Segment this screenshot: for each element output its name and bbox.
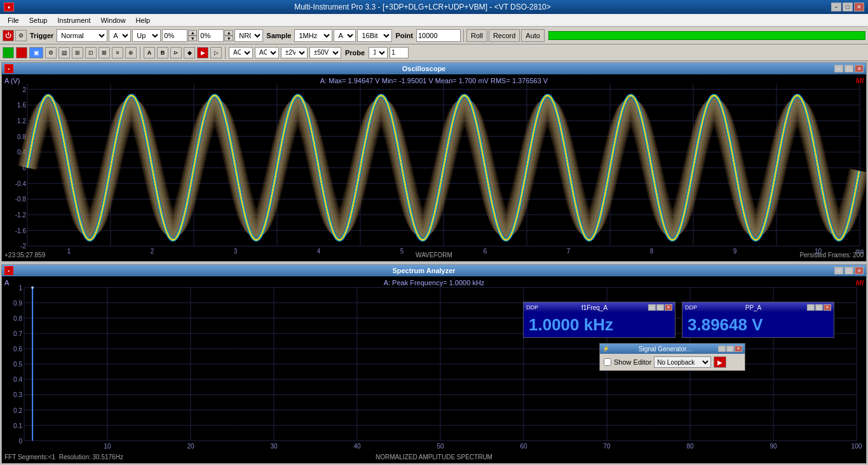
play-button[interactable]: ▶ <box>714 356 726 368</box>
siggen-max[interactable]: □ <box>726 346 734 352</box>
status-red[interactable] <box>16 47 27 58</box>
osc-min[interactable]: − <box>834 65 843 72</box>
app-title: Multi-Instrument Pro 3.3 - [+3DP+DLG+LCR… <box>14 3 831 11</box>
show-editor-checkbox[interactable] <box>604 358 611 366</box>
post-trig-down[interactable]: ▼ <box>224 36 233 41</box>
f1freq-close[interactable]: ✕ <box>665 304 672 311</box>
icon-3[interactable]: ▤ <box>58 47 70 58</box>
osc-titlebar: ▪ Oscilloscope − □ ✕ <box>2 63 866 74</box>
spec-min[interactable]: − <box>834 267 843 274</box>
siggen-content: Show Editor No Loopback ▶ <box>600 354 745 370</box>
icon-4[interactable]: ⊞ <box>72 47 83 58</box>
menu-instrument[interactable]: Instrument <box>52 15 95 25</box>
osc-close[interactable]: ✕ <box>855 65 864 72</box>
f1freq-max[interactable]: □ <box>656 304 664 311</box>
menu-file[interactable]: File <box>3 15 24 25</box>
siggen-title: Signal Generator... <box>639 346 691 353</box>
record-button[interactable]: Record <box>489 29 520 42</box>
ch-icon-2[interactable]: ◆ <box>184 47 195 58</box>
menu-bar: File Setup Instrument Window Help <box>0 14 868 27</box>
icon-6[interactable]: ⊠ <box>98 47 110 58</box>
sample-freq-select[interactable]: 1MHz <box>294 29 332 42</box>
icon-5[interactable]: ⊡ <box>85 47 97 58</box>
point-value-input[interactable] <box>416 29 461 42</box>
pp-close[interactable]: ✕ <box>824 304 831 311</box>
spec-close[interactable]: ✕ <box>855 267 864 274</box>
spectrum-panel: ▪ Spectrum Analyzer − □ ✕ A A: Peak Freq… <box>1 264 867 464</box>
menu-window[interactable]: Window <box>95 15 130 25</box>
roll-button[interactable]: Roll <box>466 29 487 42</box>
point-label: Point <box>393 32 415 39</box>
spec-max[interactable]: □ <box>844 267 853 274</box>
ch-icon-1[interactable]: ⊳ <box>170 47 182 58</box>
menu-setup[interactable]: Setup <box>24 15 53 25</box>
ch-b-label: B <box>157 47 168 58</box>
post-trig-input[interactable] <box>198 29 224 42</box>
nr-select[interactable]: NR0 <box>234 29 263 42</box>
spec-normalized-label: NORMALIZED AMPLITUDE SPECTRUM <box>376 454 492 461</box>
icon-8[interactable]: ⊕ <box>125 47 137 58</box>
f1freq-titlebar: DDP f1Freq_A − □ ✕ <box>524 302 675 313</box>
direction-select[interactable]: Up <box>132 29 161 42</box>
trigger-mode-select[interactable]: Normal <box>57 29 107 42</box>
settings-icon[interactable]: ⚙ <box>15 30 27 41</box>
probe-select[interactable]: 1 <box>369 47 388 58</box>
coupling-ac1[interactable]: AC <box>229 47 253 58</box>
spec-peak-info: A: Peak Frequency= 1.0000 kHz <box>2 279 866 286</box>
pause-icon[interactable]: ▷ <box>210 47 222 58</box>
ch-a2-select[interactable]: A <box>334 29 356 42</box>
oscilloscope-panel: ▪ Oscilloscope − □ ✕ A (V) A: Max= 1.946… <box>1 62 867 262</box>
ddp-icon-2: DDP <box>685 304 697 311</box>
spec-titlebar: ▪ Spectrum Analyzer − □ ✕ <box>2 265 866 276</box>
post-trig-up[interactable]: ▲ <box>224 30 233 36</box>
title-bar: ♦ Multi-Instrument Pro 3.3 - [+3DP+DLG+L… <box>0 0 868 14</box>
pp-title: PP_A <box>745 304 762 311</box>
f1freq-min[interactable]: − <box>648 304 656 311</box>
spec-icon: ▪ <box>4 266 13 275</box>
icon-7[interactable]: ≡ <box>112 47 123 58</box>
probe-value-input[interactable] <box>390 47 409 58</box>
coupling-ac2[interactable]: AC <box>255 47 279 58</box>
secondary-toolbar: ▣ ⚙ ▤ ⊞ ⊡ ⊠ ≡ ⊕ A B ⊳ ◆ ▶ ▷ AC AC ±2V ±5… <box>0 44 868 61</box>
main-toolbar: ⏻ ⚙ Trigger Normal A Up ▲ ▼ ▲ ▼ NR0 Samp… <box>0 27 868 44</box>
siggen-min[interactable]: − <box>718 346 726 352</box>
pp-min[interactable]: − <box>807 304 815 311</box>
range2-select[interactable]: ±50V <box>309 47 341 58</box>
f1freq-title: f1Freq_A <box>581 304 607 311</box>
spec-display: A A: Peak Frequency= 1.0000 kHz MI FFT S… <box>2 276 866 463</box>
osc-persisted: Persisted Frames: 200 <box>799 252 864 259</box>
auto-button[interactable]: Auto <box>521 29 545 42</box>
pp-max[interactable]: □ <box>815 304 823 311</box>
pp-panel: DDP PP_A − □ ✕ 3.89648 V <box>682 302 834 338</box>
bit-select[interactable]: 16Bit <box>357 29 392 42</box>
trigger-label: Trigger <box>28 32 55 39</box>
range1-select[interactable]: ±2V <box>281 47 308 58</box>
pre-trig-input[interactable] <box>162 29 187 42</box>
menu-help[interactable]: Help <box>131 15 156 25</box>
play-icon[interactable]: ▶ <box>197 47 208 58</box>
sep-3 <box>225 46 226 59</box>
loopback-select[interactable]: No Loopback <box>654 356 711 368</box>
icon-2[interactable]: ⚙ <box>45 47 57 58</box>
spec-fft-info: FFT Segments:<1 Resolution: 30.5176Hz <box>4 454 123 461</box>
siggen-titlebar: ⚡ Signal Generator... − □ ✕ <box>600 344 745 354</box>
progress-bar <box>548 31 865 40</box>
ddp-icon-1: DDP <box>526 304 538 311</box>
power-icon[interactable]: ⏻ <box>3 30 14 41</box>
close-button[interactable]: ✕ <box>854 3 864 11</box>
siggen-close[interactable]: ✕ <box>735 346 742 352</box>
minimize-button[interactable]: − <box>831 3 841 11</box>
ch-a-label: A <box>144 47 155 58</box>
osc-canvas[interactable] <box>2 74 866 261</box>
osc-title: Oscilloscope <box>13 65 834 72</box>
pre-trig-up[interactable]: ▲ <box>188 30 197 36</box>
probe-label: Probe <box>343 49 367 57</box>
icon-1[interactable]: ▣ <box>29 47 43 58</box>
maximize-button[interactable]: □ <box>843 3 853 11</box>
channel-select[interactable]: A <box>109 29 131 42</box>
separator-1 <box>463 29 464 42</box>
osc-max[interactable]: □ <box>844 65 853 72</box>
pre-trig-down[interactable]: ▼ <box>188 36 197 41</box>
status-green[interactable] <box>3 47 14 58</box>
main-content: ▪ Oscilloscope − □ ✕ A (V) A: Max= 1.946… <box>0 61 868 465</box>
